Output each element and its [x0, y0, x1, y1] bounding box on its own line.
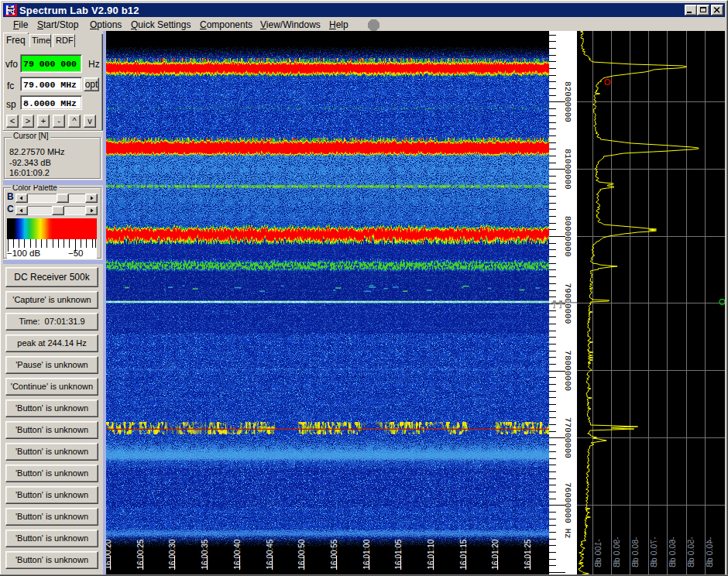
svg-text:16:00:20: 16:00:20	[106, 539, 112, 569]
svg-text:81000000: 81000000	[563, 149, 572, 190]
svg-text:16:00:35: 16:00:35	[201, 539, 209, 569]
svg-text:-90.0 dB: -90.0 dB	[612, 537, 621, 567]
svg-text:16:01:05: 16:01:05	[394, 539, 403, 569]
svg-text:16:01:25: 16:01:25	[524, 539, 532, 569]
svg-text:82000000: 82000000	[563, 81, 572, 122]
svg-text:76000000 Hz: 76000000 Hz	[563, 482, 572, 539]
svg-text:16:01:15: 16:01:15	[459, 539, 468, 569]
svg-text:16:00:45: 16:00:45	[266, 539, 274, 569]
svg-text:77000000: 77000000	[563, 417, 572, 458]
svg-text:16:00:55: 16:00:55	[330, 539, 338, 569]
svg-text:-60.0 dB: -60.0 dB	[668, 537, 677, 567]
svg-text:16:01:10: 16:01:10	[427, 539, 435, 569]
svg-text:16:01:00: 16:01:00	[362, 539, 371, 569]
svg-text:80000000: 80000000	[563, 216, 572, 257]
svg-text:-40.0 dB: -40.0 dB	[705, 537, 714, 567]
svg-text:78000000: 78000000	[563, 350, 572, 391]
svg-text:16:00:30: 16:00:30	[168, 539, 177, 569]
svg-text:-50.0 dB: -50.0 dB	[686, 537, 695, 567]
svg-text:79000000: 79000000	[563, 283, 572, 324]
svg-text:-100 dB: -100 dB	[593, 539, 603, 567]
svg-text:16:01:20: 16:01:20	[491, 539, 500, 569]
svg-text:16:00:40: 16:00:40	[233, 539, 242, 569]
svg-text:-80.0 dB: -80.0 dB	[630, 537, 640, 567]
svg-text:-70.0 dB: -70.0 dB	[649, 537, 658, 567]
svg-text:16:00:50: 16:00:50	[297, 539, 306, 569]
svg-text:16:00:25: 16:00:25	[136, 539, 145, 569]
